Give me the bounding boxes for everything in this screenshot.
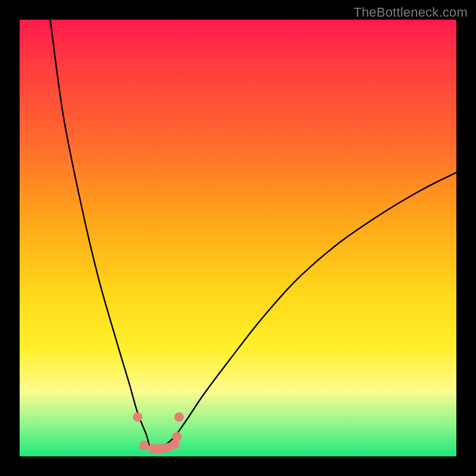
data-point [172, 432, 181, 441]
data-point [133, 412, 142, 422]
data-points-group [133, 412, 184, 454]
chart-frame: TheBottleneck.com [0, 0, 476, 476]
bottleneck-curve [50, 20, 456, 449]
watermark-text: TheBottleneck.com [353, 5, 468, 20]
data-point [139, 441, 149, 450]
data-point [174, 412, 184, 422]
chart-svg-layer [20, 20, 456, 456]
